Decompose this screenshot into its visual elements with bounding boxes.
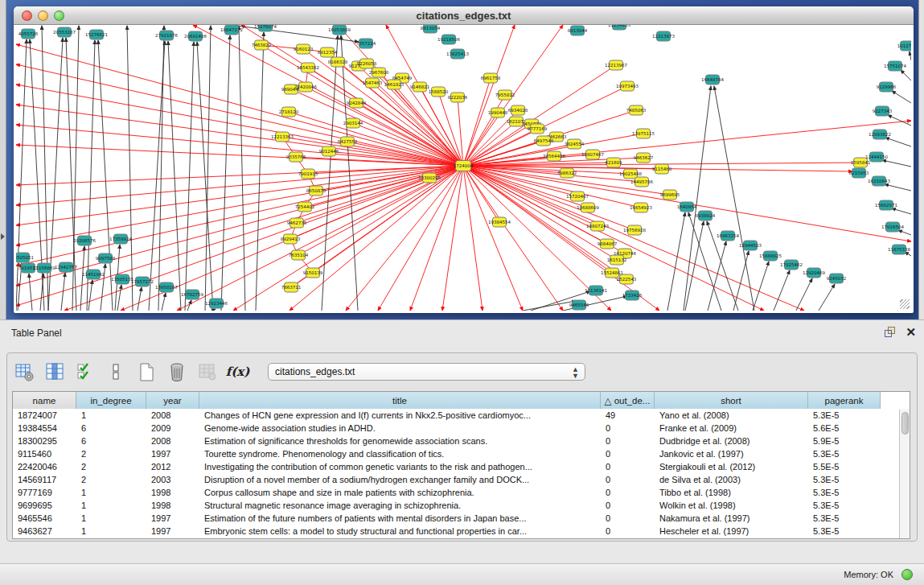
table-settings-icon[interactable]: [14, 362, 34, 382]
citation-edge-black[interactable]: [239, 26, 245, 311]
citation-edge-black[interactable]: [138, 287, 142, 311]
delete-table-icon[interactable]: [166, 362, 187, 382]
column-header-out_de[interactable]: △ out_de...: [601, 392, 655, 409]
citation-edge-black[interactable]: [162, 293, 166, 311]
cell-pagerank[interactable]: 5.3E-5: [808, 448, 881, 461]
cell-title[interactable]: Structural magnetic resonance image aver…: [199, 500, 601, 513]
cell-pagerank[interactable]: 5.9E-5: [808, 435, 881, 448]
citation-edge-black[interactable]: [892, 91, 911, 103]
citation-edge-black[interactable]: [714, 86, 754, 311]
citation-edge-black[interactable]: [898, 230, 911, 235]
cell-year[interactable]: 1997: [146, 525, 199, 538]
cell-out_de[interactable]: 0: [601, 474, 655, 487]
close-panel-icon[interactable]: ✕: [906, 327, 916, 338]
cell-title[interactable]: Investigating the contribution of common…: [199, 461, 601, 474]
cell-short[interactable]: Yano et al. (2008): [655, 410, 808, 422]
window-resize-grip[interactable]: [900, 299, 910, 309]
cell-name[interactable]: 9465546: [13, 513, 76, 525]
citation-edge-red[interactable]: [16, 166, 463, 225]
citation-edge-red[interactable]: [463, 166, 617, 260]
float-panel-icon[interactable]: [885, 327, 896, 338]
citation-edge-black[interactable]: [205, 26, 211, 311]
cell-short[interactable]: Franke et al. (2009): [655, 422, 808, 435]
citation-edge-black[interactable]: [98, 40, 113, 311]
column-header-year[interactable]: year: [146, 392, 199, 409]
column-header-pagerank[interactable]: pagerank: [808, 392, 881, 409]
citation-edge-red[interactable]: [16, 166, 463, 205]
cell-out_de[interactable]: 0: [601, 487, 655, 500]
citation-edge-black[interactable]: [910, 51, 911, 60]
select-all-columns-icon[interactable]: [75, 362, 95, 382]
cell-pagerank[interactable]: 5.5E-5: [808, 461, 881, 474]
cell-pagerank[interactable]: 5.3E-5: [808, 500, 881, 513]
table-row[interactable]: 1938455462009Genome-wide association stu…: [13, 422, 899, 435]
cell-short[interactable]: Stergiakouli et al. (2012): [655, 461, 808, 474]
cell-in_degree[interactable]: 1: [76, 410, 146, 422]
cell-short[interactable]: Wolkin et al. (1998): [655, 500, 808, 513]
cell-in_degree[interactable]: 1: [76, 525, 146, 538]
citation-edge-black[interactable]: [774, 270, 790, 311]
citation-edge-black[interactable]: [882, 160, 911, 167]
column-header-in_degree[interactable]: in_degree: [76, 392, 146, 409]
cell-title[interactable]: Corpus callosum shape and size in male p…: [199, 487, 601, 500]
cell-out_de[interactable]: 0: [601, 435, 655, 448]
cell-year[interactable]: 1998: [146, 487, 199, 500]
citation-edge-black[interactable]: [684, 86, 711, 311]
row-height-icon[interactable]: [105, 362, 125, 382]
cell-year[interactable]: 1997: [146, 513, 199, 525]
table-scrollbar[interactable]: [899, 410, 910, 538]
cell-out_de[interactable]: 49: [601, 410, 655, 422]
cell-name[interactable]: 9463627: [13, 525, 76, 538]
cell-out_de[interactable]: 0: [601, 461, 655, 474]
panel-expand-arrow-icon[interactable]: [1, 233, 5, 240]
cell-in_degree[interactable]: 2: [76, 474, 146, 487]
cell-name[interactable]: 18724007: [13, 410, 76, 422]
cell-name[interactable]: 18300295: [13, 435, 76, 448]
cell-short[interactable]: Nakamura et al. (1997): [655, 513, 808, 525]
citation-edge-red[interactable]: [16, 166, 463, 185]
cell-out_de[interactable]: 0: [601, 513, 655, 525]
table-row[interactable]: 977716911998Corpus callosum shape and si…: [13, 487, 899, 500]
table-scrollbar-thumb[interactable]: [901, 412, 909, 435]
table-row[interactable]: 1830029562008Estimation of significance …: [13, 435, 899, 448]
citation-edge-black[interactable]: [197, 42, 213, 311]
citation-edge-red[interactable]: [463, 113, 498, 166]
citation-network-graph[interactable]: 7463822916012389123541654338281863289127…: [16, 25, 911, 311]
citation-edge-red[interactable]: [458, 97, 463, 166]
table-row[interactable]: 969969511998Structural magnetic resonanc…: [13, 500, 899, 513]
table-selector-dropdown[interactable]: citations_edges.txt ▲▼: [268, 363, 585, 381]
table-row[interactable]: 1456911722003Disruption of a novel membe…: [13, 474, 899, 487]
cell-year[interactable]: 2003: [146, 474, 199, 487]
cell-short[interactable]: de Silva et al. (2003): [655, 474, 808, 487]
citation-edge-black[interactable]: [185, 42, 194, 311]
citation-edge-black[interactable]: [221, 35, 230, 311]
cell-pagerank[interactable]: 5.3E-5: [808, 513, 881, 525]
citation-edge-black[interactable]: [733, 251, 749, 311]
citation-edge-red[interactable]: [463, 166, 483, 311]
citation-edge-black[interactable]: [88, 280, 92, 311]
create-table-icon[interactable]: [136, 362, 156, 382]
cell-out_de[interactable]: 0: [601, 525, 655, 538]
table-row[interactable]: 1872400712008Changes of HCN gene express…: [13, 410, 899, 422]
citation-edge-black[interactable]: [753, 262, 769, 311]
cell-title[interactable]: Embryonic stem cells: a model to study s…: [199, 525, 601, 538]
cell-title[interactable]: Estimation of significance thresholds fo…: [199, 435, 601, 448]
citation-edge-red[interactable]: [233, 166, 463, 311]
table-row[interactable]: 2242004622012Investigating the contribut…: [13, 461, 899, 474]
cell-title[interactable]: Estimation of the future numbers of pati…: [199, 513, 601, 525]
citation-edge-black[interactable]: [796, 278, 812, 311]
citation-edge-black[interactable]: [901, 70, 911, 80]
cell-short[interactable]: Tibbo et al. (1998): [655, 487, 808, 500]
citation-edge-red[interactable]: [16, 105, 463, 166]
citation-edge-red[interactable]: [16, 84, 463, 166]
cell-in_degree[interactable]: 2: [76, 448, 146, 461]
cell-year[interactable]: 2009: [146, 422, 199, 435]
cell-in_degree[interactable]: 1: [76, 500, 146, 513]
cell-short[interactable]: Dudbridge et al. (2008): [655, 435, 808, 448]
cell-in_degree[interactable]: 6: [76, 435, 146, 448]
citation-edge-black[interactable]: [168, 41, 181, 311]
cell-year[interactable]: 2012: [146, 461, 199, 474]
citation-edge-black[interactable]: [892, 208, 911, 214]
network-window[interactable]: citations_edges.txt 74638229160123891235…: [14, 6, 914, 313]
citation-edge-black[interactable]: [29, 274, 32, 311]
